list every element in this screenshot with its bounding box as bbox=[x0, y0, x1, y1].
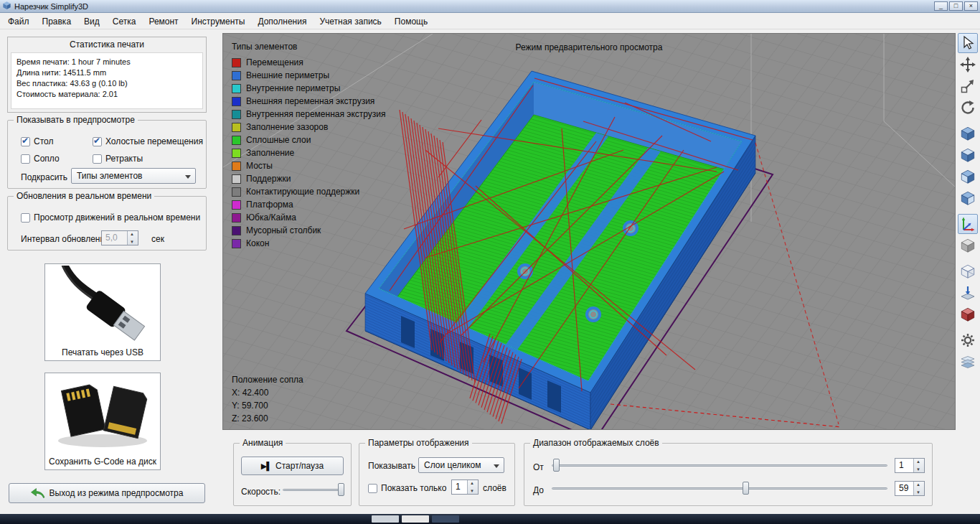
speed-slider[interactable] bbox=[283, 483, 344, 496]
colorize-select[interactable]: Типы элементов bbox=[71, 168, 196, 184]
taskbar-item[interactable] bbox=[372, 515, 399, 523]
menu-item[interactable]: Помощь bbox=[388, 14, 434, 29]
legend-row[interactable]: Мусорный столбик bbox=[232, 224, 386, 237]
menu-item[interactable]: Инструменты bbox=[185, 14, 252, 29]
titlebar[interactable]: Нарезчик Simplify3D _ □ × bbox=[0, 0, 980, 13]
legend-color-swatch bbox=[232, 97, 241, 106]
legend-row[interactable]: Сплошные слои bbox=[232, 134, 386, 146]
slider-track[interactable] bbox=[283, 489, 344, 491]
legend-label: Внешняя переменная экструзия bbox=[246, 96, 374, 106]
menu-item[interactable]: Ремонт bbox=[142, 14, 184, 29]
menu-item[interactable]: Учетная запись bbox=[313, 14, 387, 29]
show-mode-select[interactable]: Слои целиком bbox=[418, 457, 504, 473]
legend-label: Мусорный столбик bbox=[246, 225, 321, 235]
print-usb-button[interactable]: Печатать через USB bbox=[44, 263, 161, 361]
spinner-arrows-icon[interactable] bbox=[127, 231, 138, 245]
display-options-group: Параметры отображения Показывать Слои це… bbox=[359, 443, 515, 506]
legend-row[interactable]: Заполнение зазоров bbox=[232, 121, 386, 134]
machine-cube-icon[interactable] bbox=[958, 304, 978, 324]
legend-row[interactable]: Внешние периметры bbox=[232, 69, 386, 82]
legend-label: Перемещения bbox=[246, 57, 303, 67]
legend-row[interactable]: Контактирующие поддержки bbox=[232, 185, 386, 198]
legend-row[interactable]: Кокон bbox=[232, 237, 386, 250]
maximize-button[interactable]: □ bbox=[949, 1, 963, 11]
slider-handle[interactable] bbox=[338, 483, 344, 496]
checkbox-retractions[interactable]: Ретракты bbox=[93, 154, 143, 164]
taskbar[interactable] bbox=[0, 514, 980, 524]
solid-model-icon[interactable] bbox=[958, 235, 978, 256]
legend-row[interactable]: Мосты bbox=[232, 159, 386, 172]
layer-range-group: Диапазон отображаемых слоёв От 1 До 59 bbox=[524, 443, 933, 506]
legend-items: Перемещения Внешние периметры Внутренние… bbox=[232, 56, 386, 250]
move-tool-icon[interactable] bbox=[958, 55, 978, 75]
show-axes-icon[interactable] bbox=[958, 214, 978, 234]
spinner-arrows-icon[interactable] bbox=[913, 459, 924, 472]
layer-range-title: Диапазон отображаемых слоёв bbox=[530, 438, 662, 448]
rotate-tool-icon[interactable] bbox=[958, 98, 978, 118]
scale-tool-icon[interactable] bbox=[958, 76, 978, 96]
view-side-icon[interactable] bbox=[958, 188, 978, 208]
menu-item[interactable]: Дополнения bbox=[251, 14, 313, 29]
from-layer-spinbox[interactable]: 1 bbox=[895, 458, 925, 473]
legend-row[interactable]: Заполнение bbox=[232, 146, 386, 159]
legend-color-swatch bbox=[232, 71, 241, 80]
checkbox-nozzle[interactable]: Сопло bbox=[21, 154, 60, 164]
window-title: Нарезчик Simplify3D bbox=[14, 2, 88, 11]
show-mode-value: Слои целиком bbox=[424, 460, 481, 470]
legend-color-swatch bbox=[232, 213, 241, 223]
green-return-arrow-icon bbox=[31, 488, 45, 498]
exit-preview-button[interactable]: Выход из режима предпросмотра bbox=[9, 483, 205, 503]
save-gcode-button[interactable]: Сохранить G-Code на диск bbox=[44, 373, 161, 470]
taskbar-item[interactable] bbox=[432, 515, 459, 523]
legend-row[interactable]: Платформа bbox=[232, 198, 386, 211]
checkbox-bed[interactable]: Стол bbox=[21, 136, 53, 146]
checkbox-travel-moves[interactable]: Холостые перемещения bbox=[93, 136, 203, 146]
to-layer-spinbox[interactable]: 59 bbox=[895, 481, 925, 496]
show-mode-label: Показывать bbox=[368, 461, 415, 471]
slider-handle[interactable] bbox=[553, 459, 560, 472]
nozzle-position-readout: Положение сопла X: 42.400 Y: 59.700 Z: 2… bbox=[232, 373, 303, 425]
interval-label: Интервал обновления bbox=[21, 234, 110, 244]
legend-row[interactable]: Внешняя переменная экструзия bbox=[232, 95, 386, 108]
legend-label: Заполнение bbox=[246, 148, 294, 158]
menu-item[interactable]: Файл bbox=[1, 14, 36, 29]
preview-3d-viewport[interactable]: Типы элементов Перемещения Внешние перим… bbox=[222, 33, 956, 430]
spinner-arrows-icon[interactable] bbox=[913, 482, 924, 495]
checkbox-show-only-layers[interactable]: Показать только bbox=[368, 483, 446, 493]
layers-count-spinbox[interactable]: 1 bbox=[451, 479, 479, 495]
slider-track[interactable] bbox=[552, 487, 887, 490]
minimize-button[interactable]: _ bbox=[934, 1, 948, 11]
from-layer-slider[interactable] bbox=[552, 459, 887, 472]
interval-spinbox[interactable]: 5,0 bbox=[101, 230, 138, 245]
select-cursor-icon[interactable] bbox=[958, 33, 978, 53]
checkbox-live-preview[interactable]: Просмотр движений в реальном времени bbox=[21, 212, 200, 223]
spinner-arrows-icon[interactable] bbox=[467, 480, 478, 494]
legend-row[interactable]: Внутренние периметры bbox=[232, 82, 386, 95]
view-iso-icon[interactable] bbox=[958, 123, 978, 144]
cross-section-icon[interactable] bbox=[958, 283, 978, 303]
legend-row[interactable]: Поддержки bbox=[232, 172, 386, 185]
legend-color-swatch bbox=[232, 200, 241, 210]
layer-stack-icon[interactable] bbox=[958, 352, 978, 372]
checkbox-box bbox=[93, 154, 102, 164]
view-top-icon[interactable] bbox=[958, 145, 978, 165]
transparent-model-icon[interactable] bbox=[958, 261, 978, 281]
taskbar-item[interactable] bbox=[402, 515, 429, 523]
to-layer-slider[interactable] bbox=[552, 482, 887, 495]
menu-item[interactable]: Правка bbox=[36, 14, 78, 29]
menu-item[interactable]: Вид bbox=[77, 14, 106, 29]
slider-track[interactable] bbox=[552, 464, 887, 467]
view-front-icon[interactable] bbox=[958, 167, 978, 187]
legend-row[interactable]: Внутренняя переменная экструзия bbox=[232, 108, 386, 121]
legend-row[interactable]: Юбка/Кайма bbox=[232, 211, 386, 224]
legend-label: Поддержки bbox=[246, 174, 291, 184]
speed-label: Скорость: bbox=[241, 487, 281, 497]
close-button[interactable]: × bbox=[964, 1, 978, 11]
legend-row[interactable]: Перемещения bbox=[232, 56, 386, 69]
settings-gear-icon[interactable] bbox=[958, 330, 978, 350]
print-stats-panel: Статистика печати Время печати: 1 hour 7… bbox=[7, 37, 207, 113]
legend-color-swatch bbox=[232, 239, 241, 248]
slider-handle[interactable] bbox=[743, 482, 749, 495]
menu-item[interactable]: Сетка bbox=[106, 14, 143, 29]
start-pause-button[interactable]: ▶▌ Старт/пауза bbox=[241, 457, 344, 475]
